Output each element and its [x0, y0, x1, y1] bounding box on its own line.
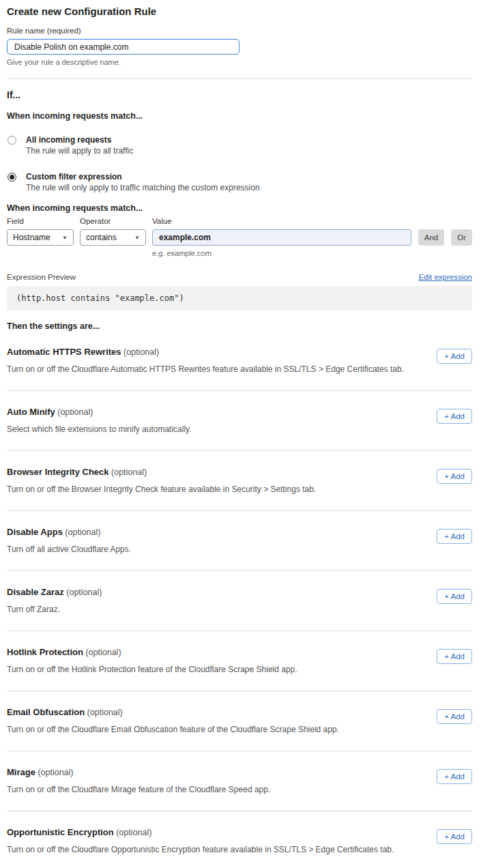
setting-title: Disable Zaraz [7, 587, 64, 597]
rule-name-helper: Give your rule a descriptive name. [7, 58, 472, 66]
setting-optional: (optional) [35, 768, 74, 777]
builder-heading: When incoming requests match... [7, 203, 472, 213]
divider [7, 78, 472, 79]
setting-description: Turn on or off the Cloudflare Opportunis… [7, 845, 472, 854]
add-button[interactable]: + Add [437, 349, 472, 364]
add-button[interactable]: + Add [437, 409, 472, 424]
and-button[interactable]: And [418, 229, 444, 246]
setting-title: Mirage [7, 767, 35, 777]
field-select-value: Hostname [13, 233, 50, 242]
radio-icon-unselected[interactable] [8, 136, 16, 145]
value-label: Value [152, 217, 411, 225]
setting-row: Hotlink Protection (optional) Turn on or… [7, 631, 472, 691]
radio-all-incoming-requests[interactable]: All incoming requests The rule will appl… [7, 135, 472, 156]
expression-builder-row: Field Hostname ▼ Operator contains ▼ Val… [7, 217, 472, 246]
setting-optional: (optional) [63, 527, 101, 537]
add-button[interactable]: + Add [437, 769, 472, 784]
field-label: Field [7, 217, 74, 225]
chevron-down-icon: ▼ [62, 235, 68, 241]
rule-name-group: Rule name (required) Give your rule a de… [7, 27, 472, 66]
add-button[interactable]: + Add [437, 649, 472, 664]
setting-description: Select which file extensions to minify a… [7, 424, 472, 434]
setting-title: Hotlink Protection [7, 647, 83, 657]
setting-row: Automatic HTTPS Rewrites (optional) Turn… [7, 331, 472, 391]
setting-title: Opportunistic Encryption [7, 827, 114, 837]
setting-title: Browser Integrity Check [7, 467, 109, 477]
setting-description: Turn off all active Cloudflare Apps. [7, 545, 472, 554]
setting-description: Turn on or off the Cloudflare Email Obfu… [7, 725, 472, 734]
radio-description: The rule will only apply to traffic matc… [26, 183, 260, 192]
setting-optional: (optional) [83, 648, 121, 657]
setting-row: Disable Apps (optional) Turn off all act… [7, 511, 472, 571]
if-heading: If... [7, 89, 472, 100]
setting-title: Automatic HTTPS Rewrites [7, 347, 121, 357]
setting-row: Auto Minify (optional) Select which file… [7, 391, 472, 451]
setting-description: Turn on or off the Cloudflare Mirage fea… [7, 785, 472, 794]
match-heading: When incoming requests match... [7, 111, 472, 121]
setting-optional: (optional) [64, 588, 102, 597]
chevron-down-icon: ▼ [134, 235, 140, 241]
edit-expression-link[interactable]: Edit expression [418, 273, 472, 281]
radio-icon-selected[interactable] [8, 173, 16, 182]
create-configuration-rule-page: Create new Configuration Rule Rule name … [0, 0, 481, 868]
radio-custom-filter-expression[interactable]: Custom filter expression The rule will o… [7, 172, 472, 192]
setting-row: Opportunistic Encryption (optional) Turn… [7, 811, 472, 868]
or-button[interactable]: Or [451, 229, 472, 246]
setting-description: Turn on or off the Hotlink Protection fe… [7, 665, 472, 674]
setting-title: Disable Apps [7, 527, 63, 537]
add-button[interactable]: + Add [437, 709, 472, 724]
operator-label: Operator [80, 217, 146, 225]
setting-title: Email Obfuscation [7, 707, 85, 717]
settings-list: Automatic HTTPS Rewrites (optional) Turn… [7, 331, 472, 868]
add-button[interactable]: + Add [437, 589, 472, 604]
setting-title: Auto Minify [7, 407, 55, 417]
expression-preview-label: Expression Preview [7, 273, 76, 281]
add-button[interactable]: + Add [437, 829, 472, 844]
setting-optional: (optional) [121, 347, 160, 357]
operator-select-value: contains [86, 233, 117, 242]
value-helper: e.g. example.com [152, 249, 472, 257]
setting-row: Browser Integrity Check (optional) Turn … [7, 451, 472, 511]
radio-label: Custom filter expression [26, 172, 260, 182]
rule-name-label: Rule name (required) [7, 27, 472, 35]
setting-description: Turn on or off the Browser Integrity Che… [7, 484, 472, 494]
setting-optional: (optional) [55, 407, 93, 417]
add-button[interactable]: + Add [437, 529, 472, 544]
page-title: Create new Configuration Rule [7, 5, 472, 17]
setting-optional: (optional) [85, 708, 123, 717]
setting-row: Disable Zaraz (optional) Turn off Zaraz.… [7, 571, 472, 631]
radio-description: The rule will apply to all traffic [26, 146, 133, 156]
radio-label: All incoming requests [26, 135, 133, 145]
setting-row: Mirage (optional) Turn on or off the Clo… [7, 751, 472, 811]
setting-description: Turn on or off the Cloudflare Automatic … [7, 364, 472, 374]
rule-name-input[interactable] [7, 39, 239, 55]
operator-select[interactable]: contains ▼ [80, 229, 146, 246]
expression-preview-code: (http.host contains "example.com") [7, 286, 472, 310]
field-select[interactable]: Hostname ▼ [7, 229, 74, 246]
value-input[interactable] [152, 229, 411, 246]
setting-row: Email Obfuscation (optional) Turn on or … [7, 691, 472, 751]
setting-description: Turn off Zaraz. [7, 605, 472, 614]
setting-optional: (optional) [114, 828, 152, 837]
setting-optional: (optional) [109, 467, 147, 477]
then-heading: Then the settings are... [7, 321, 472, 331]
add-button[interactable]: + Add [437, 469, 472, 484]
